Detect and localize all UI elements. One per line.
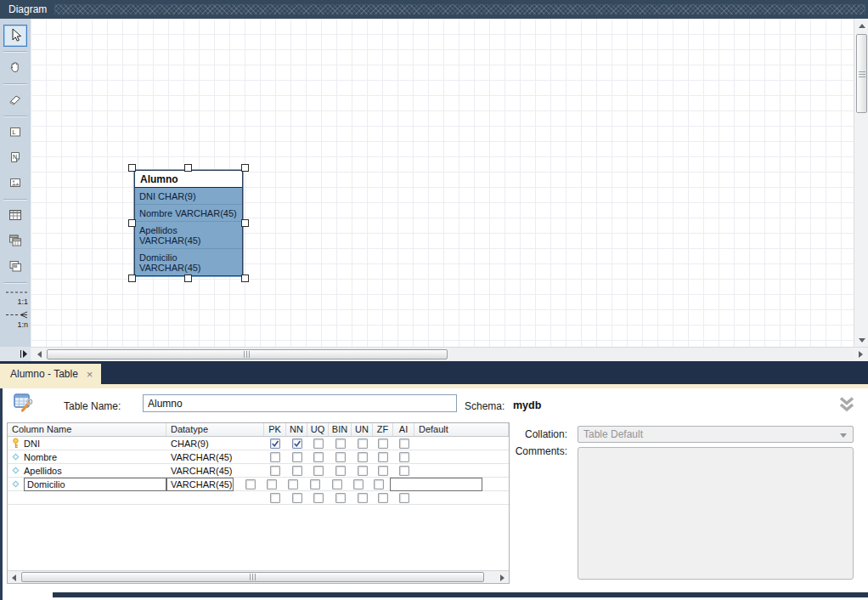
grid-scroll-thumb[interactable] [21, 572, 484, 582]
grid-header-zf[interactable]: ZF [373, 423, 393, 436]
checkbox-zf[interactable] [378, 439, 388, 449]
checkbox-nn[interactable] [267, 479, 277, 490]
checkbox-bin[interactable] [310, 479, 320, 490]
checkbox-nn[interactable] [292, 439, 302, 449]
grid-header-default[interactable]: Default [414, 423, 509, 436]
scroll-left-arrow[interactable] [32, 348, 46, 361]
checkbox-un[interactable] [358, 452, 368, 462]
checkbox-pk[interactable] [270, 439, 280, 449]
vertical-scroll-thumb[interactable] [856, 34, 867, 113]
grid-header-bin[interactable]: BIN [329, 423, 352, 436]
checkbox-bin[interactable] [335, 439, 346, 449]
grid-header-uq[interactable]: UQ [307, 423, 329, 436]
checkbox-bin[interactable] [335, 452, 346, 462]
scroll-up-arrow[interactable] [854, 19, 868, 32]
grid-row-dni[interactable]: DNICHAR(9) [8, 437, 509, 450]
collapse-editor-button[interactable] [836, 394, 858, 416]
place-layer-tool-button[interactable]: L [3, 122, 27, 144]
grid-row-placeholder[interactable] [8, 491, 509, 505]
checkbox-ai[interactable] [399, 466, 409, 476]
checkbox-ai[interactable] [399, 493, 409, 503]
place-image-tool-button[interactable] [3, 173, 27, 195]
checkbox-zf[interactable] [378, 466, 388, 476]
grid-header-nn[interactable]: NN [286, 423, 307, 436]
relationship-1-n-tool-button[interactable]: 1:n [3, 311, 28, 329]
checkbox-uq[interactable] [288, 479, 298, 490]
checkbox-nn[interactable] [292, 452, 302, 462]
place-routine-group-tool-button[interactable] [3, 256, 27, 278]
collation-select[interactable]: Table Default [578, 426, 854, 443]
tab-alumno-table[interactable]: Alumno - Table × [0, 364, 101, 384]
scroll-right-arrow[interactable] [854, 348, 867, 361]
checkbox-pk[interactable] [270, 452, 280, 462]
checkbox-nn[interactable] [292, 466, 302, 476]
column-default-value [414, 450, 509, 464]
grid-horizontal-scrollbar[interactable] [8, 570, 509, 583]
flag-cell [352, 450, 373, 464]
eraser-tool-button[interactable] [3, 89, 27, 111]
scroll-left-arrow[interactable] [8, 572, 20, 583]
diagram-canvas[interactable]: Alumno DNI CHAR(9)Nombre VARCHAR(45)Apel… [31, 19, 854, 347]
checkbox-ai[interactable] [374, 479, 384, 490]
hand-tool-button[interactable] [3, 57, 27, 79]
checkbox-nn[interactable] [292, 493, 302, 503]
checkbox-uq[interactable] [313, 493, 324, 503]
flag-cell [264, 464, 286, 478]
checkbox-ai[interactable] [399, 452, 409, 462]
selection-handle[interactable] [184, 275, 192, 282]
grid-header-datatype[interactable]: Datatype [166, 423, 264, 436]
checkbox-pk[interactable] [270, 493, 280, 503]
checkbox-zf[interactable] [378, 493, 388, 503]
diagram-title: Diagram [8, 3, 47, 15]
selection-handle[interactable] [241, 164, 249, 172]
place-view-tool-button[interactable] [3, 230, 27, 252]
tab-close-icon[interactable]: × [87, 369, 93, 380]
flag-cell [373, 464, 393, 478]
checkbox-zf[interactable] [353, 479, 364, 490]
checkbox-un[interactable] [358, 466, 368, 476]
flag-cell [329, 491, 352, 505]
selection-handle[interactable] [184, 164, 192, 172]
checkbox-uq[interactable] [313, 466, 324, 476]
selection-handle[interactable] [241, 219, 249, 227]
checkbox-un[interactable] [332, 479, 342, 490]
toolbar-overflow-button[interactable] [0, 347, 31, 361]
checkbox-uq[interactable] [313, 439, 324, 449]
grid-header-un[interactable]: UN [352, 423, 373, 436]
selection-handle[interactable] [128, 164, 136, 172]
canvas-vertical-scrollbar[interactable] [854, 19, 868, 347]
column-datatype-value: CHAR(9) [166, 437, 264, 450]
svg-text:L: L [13, 128, 16, 134]
table-name-input[interactable] [143, 394, 457, 412]
selection-handle[interactable] [128, 275, 136, 282]
comments-textarea[interactable] [578, 447, 854, 580]
canvas-horizontal-scrollbar[interactable] [31, 347, 868, 361]
relationship-1-1-tool-button[interactable]: 1:1 [3, 289, 28, 306]
horizontal-scroll-thumb[interactable] [47, 349, 448, 359]
checkbox-un[interactable] [358, 439, 368, 449]
checkbox-ai[interactable] [399, 439, 409, 449]
grid-header-ai[interactable]: AI [393, 423, 414, 436]
scroll-right-arrow[interactable] [497, 572, 508, 583]
checkbox-uq[interactable] [313, 452, 324, 462]
selection-handle[interactable] [128, 219, 136, 227]
checkbox-bin[interactable] [335, 466, 346, 476]
scroll-down-arrow[interactable] [854, 333, 868, 347]
grid-row-apellidos[interactable]: ApellidosVARCHAR(45) [8, 464, 509, 478]
checkbox-pk[interactable] [245, 479, 256, 490]
er-table[interactable]: Alumno DNI CHAR(9)Nombre VARCHAR(45)Apel… [134, 170, 243, 276]
checkbox-pk[interactable] [270, 466, 280, 476]
checkbox-un[interactable] [358, 493, 368, 503]
place-note-tool-button[interactable]: N [3, 147, 27, 169]
checkbox-zf[interactable] [378, 452, 388, 462]
grid-row-nombre[interactable]: NombreVARCHAR(45) [8, 450, 509, 464]
grid-row-domicilio[interactable]: DomicilioVARCHAR(45) [8, 478, 509, 491]
grid-header-column-name[interactable]: Column Name [8, 423, 166, 436]
grid-header-pk[interactable]: PK [264, 423, 286, 436]
place-table-tool-button[interactable] [3, 205, 27, 227]
selection-handle[interactable] [241, 275, 249, 282]
checkbox-bin[interactable] [335, 493, 346, 503]
column-datatype-value: VARCHAR(45) [166, 464, 264, 478]
er-table-figure[interactable]: Alumno DNI CHAR(9)Nombre VARCHAR(45)Apel… [134, 170, 243, 276]
pointer-tool-button[interactable] [3, 25, 27, 47]
